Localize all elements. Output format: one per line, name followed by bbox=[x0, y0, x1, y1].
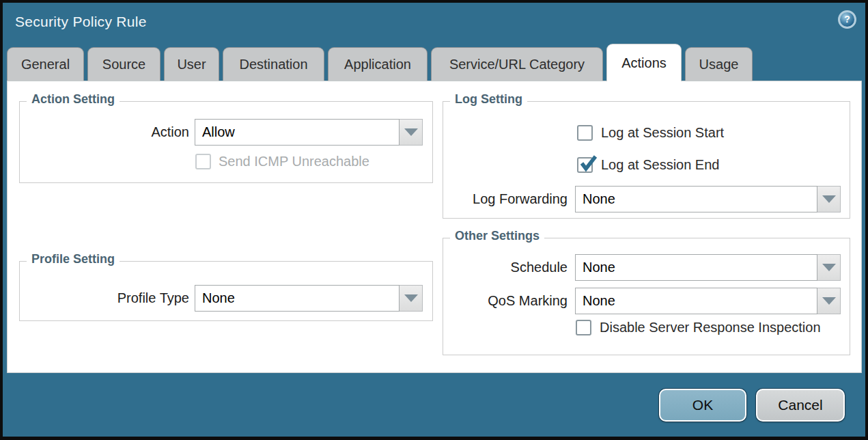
chevron-down-icon bbox=[822, 264, 836, 271]
tab-source[interactable]: Source bbox=[87, 47, 160, 81]
action-dropdown-value[interactable]: Allow bbox=[195, 119, 400, 146]
checkmark-icon bbox=[578, 154, 598, 173]
tab-application[interactable]: Application bbox=[328, 47, 428, 81]
tab-label: Service/URL Category bbox=[449, 57, 585, 72]
profile-type-dropdown-value[interactable]: None bbox=[195, 285, 400, 312]
tab-user[interactable]: User bbox=[164, 47, 219, 81]
log-session-end-label: Log at Session End bbox=[601, 156, 719, 174]
tab-label: General bbox=[21, 57, 70, 72]
dialog-title: Security Policy Rule bbox=[15, 12, 147, 32]
cancel-button[interactable]: Cancel bbox=[756, 389, 845, 422]
tab-label: Actions bbox=[621, 55, 667, 71]
log-forwarding-dropdown-button[interactable] bbox=[817, 186, 841, 212]
tab-label: Destination bbox=[239, 57, 307, 72]
action-dropdown-button[interactable] bbox=[400, 119, 423, 146]
action-dropdown: Allow bbox=[195, 119, 423, 146]
qos-marking-dropdown-value[interactable]: None bbox=[575, 288, 817, 314]
log-forwarding-dropdown-value[interactable]: None bbox=[575, 186, 817, 212]
tab-destination[interactable]: Destination bbox=[223, 47, 324, 81]
chevron-down-icon bbox=[822, 195, 836, 203]
ok-button-label: OK bbox=[692, 397, 713, 413]
schedule-dropdown-button[interactable] bbox=[817, 254, 841, 281]
send-icmp-unreachable-label: Send ICMP Unreachable bbox=[219, 153, 369, 170]
chevron-down-icon bbox=[822, 297, 836, 305]
qos-marking-dropdown-button[interactable] bbox=[817, 288, 841, 314]
qos-marking-dropdown: None bbox=[575, 288, 841, 314]
profile-type-dropdown-button[interactable] bbox=[400, 285, 423, 312]
chevron-down-icon bbox=[404, 128, 418, 136]
tab-general[interactable]: General bbox=[7, 47, 84, 81]
cancel-button-label: Cancel bbox=[778, 397, 822, 413]
group-log-setting-legend: Log Setting bbox=[450, 92, 527, 107]
log-forwarding-label: Log Forwarding bbox=[437, 186, 568, 212]
send-icmp-unreachable-checkbox[interactable] bbox=[195, 154, 211, 169]
log-forwarding-dropdown: None bbox=[575, 186, 841, 212]
disable-server-response-inspection-label: Disable Server Response Inspection bbox=[600, 319, 821, 336]
tab-label: Application bbox=[344, 57, 411, 72]
ok-button[interactable]: OK bbox=[659, 389, 746, 422]
group-action-setting-legend: Action Setting bbox=[27, 92, 120, 107]
log-session-end-checkbox[interactable] bbox=[577, 157, 593, 173]
log-session-start-label: Log at Session Start bbox=[601, 124, 724, 141]
tab-service-url-category[interactable]: Service/URL Category bbox=[431, 47, 603, 81]
schedule-dropdown: None bbox=[575, 254, 841, 281]
help-icon[interactable]: ? bbox=[838, 10, 856, 29]
group-profile-setting-legend: Profile Setting bbox=[27, 252, 120, 266]
tab-label: Usage bbox=[699, 57, 739, 72]
schedule-dropdown-value[interactable]: None bbox=[575, 254, 817, 281]
schedule-label: Schedule bbox=[437, 254, 568, 281]
tab-label: Source bbox=[102, 57, 145, 72]
group-other-settings-legend: Other Settings bbox=[450, 229, 544, 243]
tab-label: User bbox=[177, 57, 206, 72]
chevron-down-icon bbox=[404, 294, 418, 302]
profile-type-label: Profile Type bbox=[41, 285, 189, 312]
profile-type-dropdown: None bbox=[195, 285, 423, 312]
tab-actions[interactable]: Actions bbox=[606, 44, 682, 81]
action-label: Action bbox=[41, 119, 189, 146]
security-policy-rule-dialog: Security Policy Rule ? General Source Us… bbox=[0, 0, 868, 440]
qos-marking-label: QoS Marking bbox=[437, 288, 568, 314]
log-session-start-checkbox[interactable] bbox=[577, 125, 593, 141]
tab-usage[interactable]: Usage bbox=[685, 47, 753, 81]
disable-server-response-inspection-checkbox[interactable] bbox=[576, 320, 591, 335]
